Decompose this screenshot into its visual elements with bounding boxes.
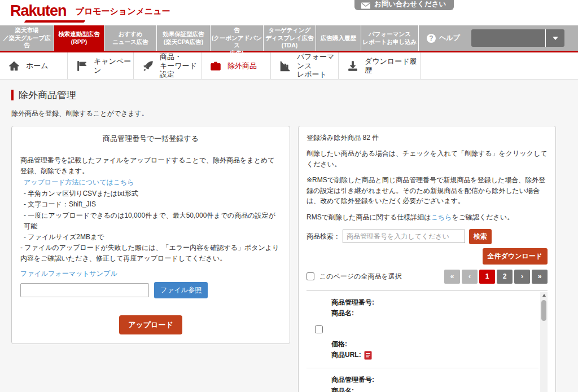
select-all-control: このページの全商品を選択 — [306, 272, 402, 281]
sub-nav-performance-report-label: パフォーマンス レポート — [297, 52, 338, 79]
envelope-icon — [361, 2, 370, 9]
item-name-label: 商品名: — [331, 387, 354, 392]
file-browse-button[interactable]: ファイル参照 — [154, 282, 208, 298]
upload-note-filesize: - ファイルサイズ2MBまで — [20, 232, 281, 243]
pagination-page-1-button[interactable]: 1 — [479, 270, 495, 284]
title-accent-bar — [11, 90, 14, 100]
page-title: 除外商品管理 — [11, 89, 578, 102]
search-label: 商品検索： — [306, 232, 340, 241]
list-item: 商品管理番号: 商品名: 価格: 商品URL: — [306, 368, 538, 392]
sub-nav-campaign-label: キャンペーン — [94, 57, 133, 74]
tab-performance-report-signup[interactable]: パフォーマンス レポートお申し込み — [361, 25, 419, 51]
upload-howto-link[interactable]: アップロード方法についてはこちら — [24, 178, 134, 187]
help-menu[interactable]: ? ヘルプ — [419, 25, 468, 51]
account-select-value — [471, 29, 546, 47]
pagination-first-button[interactable]: « — [444, 270, 460, 284]
spec-prefix: RMSで削除した商品に関する仕様詳細は — [306, 213, 431, 221]
tab-ad-purchase-history[interactable]: 広告購入履歴 — [316, 25, 361, 51]
search-button[interactable]: 検索 — [469, 229, 492, 244]
download-all-button[interactable]: 全件ダウンロード — [483, 248, 548, 265]
item-url-label: 商品URL: — [331, 350, 361, 360]
pagination-next-button[interactable]: › — [514, 270, 530, 284]
delete-instruction: 削除したい商品がある場合は、チェックを入れて「削除する」をクリックしてください。 — [306, 148, 548, 169]
registered-items-panel: 登録済み除外商品 82 件 削除したい商品がある場合は、チェックを入れて「削除す… — [298, 126, 556, 392]
contact-button-label: お問い合わせください — [374, 0, 446, 9]
list-scrollbar[interactable] — [540, 292, 548, 392]
rakuten-wordmark: Rakuten — [10, 3, 67, 19]
briefcase-icon — [209, 60, 222, 72]
item-code-label: 商品管理番号: — [331, 376, 374, 384]
sub-nav-home[interactable]: ホーム — [0, 52, 68, 79]
item-code-label: 商品管理番号: — [331, 298, 374, 306]
upload-panel-title: 商品管理番号で一括登録する — [20, 134, 281, 144]
question-icon: ? — [427, 34, 436, 43]
sub-nav-download-history[interactable]: ダウンロード履歴 — [339, 52, 421, 79]
rocket-icon — [142, 60, 154, 72]
upload-note-error: - ファイルのアップロードが失敗した際には、「エラー内容を確認する」ボタンより内… — [20, 243, 281, 264]
registered-count: 登録済み除外商品 82 件 — [306, 133, 548, 143]
tab-rakuten-ichiba-ads[interactable]: 楽天市場 ／楽天グループ広告 — [0, 25, 54, 51]
tab-coupon-advance-ads[interactable]: 運用型クーポン広告 (クーポンアドバンス 広告) — [211, 25, 264, 51]
sub-nav-download-history-label: ダウンロード履歴 — [365, 57, 420, 74]
item-checkbox[interactable] — [315, 325, 323, 333]
sub-nav-performance-report[interactable]: パフォーマンス レポート — [271, 52, 339, 79]
pagination-prev-button[interactable]: ‹ — [462, 270, 478, 284]
item-name-label: 商品名: — [331, 309, 354, 317]
file-format-sample-link[interactable]: ファイルフォーマットサンプル — [20, 269, 117, 279]
select-all-label: このページの全商品を選択 — [319, 272, 402, 281]
item-search-input[interactable] — [343, 230, 465, 243]
upload-button[interactable]: アップロード — [119, 315, 182, 334]
contact-button[interactable]: お問い合わせください — [354, 0, 454, 10]
select-all-checkbox[interactable] — [306, 272, 314, 280]
download-icon — [347, 60, 359, 72]
spec-detail-link[interactable]: こちら — [431, 213, 452, 221]
sub-nav-item-keyword-settings[interactable]: 商品・ キーワード設定 — [134, 52, 202, 79]
pagination-last-button[interactable]: » — [532, 270, 548, 284]
bar-chart-icon — [279, 60, 291, 72]
upload-note-limit: - 一度にアップロードできるのは10,000件まで、最大50,000件までの商品… — [20, 210, 281, 232]
item-url-document-icon[interactable] — [364, 351, 372, 360]
file-path-input[interactable] — [20, 283, 149, 297]
main-nav: 楽天市場 ／楽天グループ広告 検索連動型広告 (RPP) おすすめ ニュース広告… — [0, 25, 578, 52]
sub-nav-home-label: ホーム — [26, 61, 49, 71]
upload-note-charset: - 文字コード：Shift_JIS — [20, 199, 281, 210]
account-select[interactable] — [471, 29, 564, 47]
rakuten-logo[interactable]: Rakuten プロモーションメニュー — [10, 3, 170, 19]
list-item: 商品管理番号: 商品名: 価格: 商品URL: — [306, 291, 538, 369]
item-price-label: 価格: — [331, 340, 347, 348]
sub-nav-excluded-items-label: 除外商品 — [227, 61, 257, 71]
tab-tda-display-ads[interactable]: ターゲティング ディスプレイ広告 (TDA) — [264, 25, 316, 51]
pagination-page-2-button[interactable]: 2 — [497, 270, 513, 284]
tab-cpa-ads[interactable]: 効果保証型広告 (楽天CPA広告) — [157, 25, 211, 51]
help-label: ヘルプ — [439, 33, 460, 43]
rms-note: ※RMSで削除した商品と同じ商品管理番号で新規商品を登録した場合、除外登録の設定… — [306, 175, 548, 206]
bulk-upload-panel: 商品管理番号で一括登録する 商品管理番号を記載したファイルをアップロードすること… — [11, 126, 290, 344]
chevron-down-icon — [546, 29, 564, 47]
scrollbar-thumb[interactable] — [541, 300, 546, 321]
excluded-item-list: 商品管理番号: 商品名: 価格: 商品URL: — [306, 290, 548, 392]
spec-suffix: をご確認ください。 — [452, 213, 514, 221]
content-area: 除外商品管理 除外商品を登録、削除することができます。 商品管理番号で一括登録す… — [0, 80, 578, 392]
scrollbar-up-arrow-icon[interactable] — [540, 292, 548, 299]
page-description: 除外商品を登録、削除することができます。 — [11, 109, 578, 118]
sub-nav-campaign[interactable]: キャンペーン — [68, 52, 134, 79]
pagination: « ‹ 1 2 › » — [444, 270, 548, 284]
sub-nav: ホーム キャンペーン 商品・ キーワード設定 除外商品 パフォーマンス レポート — [0, 52, 578, 80]
upload-note-format: - 半角カンマ区切りCSVまたはtxt形式 — [20, 188, 281, 199]
page-title-text: 除外商品管理 — [19, 89, 76, 102]
tab-recommend-news-ads[interactable]: おすすめ ニュース広告 — [104, 25, 157, 51]
sub-nav-item-keyword-settings-label: 商品・ キーワード設定 — [160, 52, 201, 79]
service-name: プロモーションメニュー — [76, 6, 170, 19]
rakuten-swoosh — [24, 20, 86, 23]
home-icon — [8, 60, 20, 72]
tab-rpp-search-ads[interactable]: 検索連動型広告 (RPP) — [54, 25, 104, 51]
flag-icon — [76, 60, 88, 72]
upload-intro-text: 商品管理番号を記載したファイルをアップロードすることで、除外商品をまとめて登録、… — [20, 155, 281, 176]
spec-detail-line: RMSで削除した商品に関する仕様詳細はこちらをご確認ください。 — [306, 212, 548, 223]
top-header: Rakuten プロモーションメニュー お問い合わせください — [0, 0, 578, 25]
